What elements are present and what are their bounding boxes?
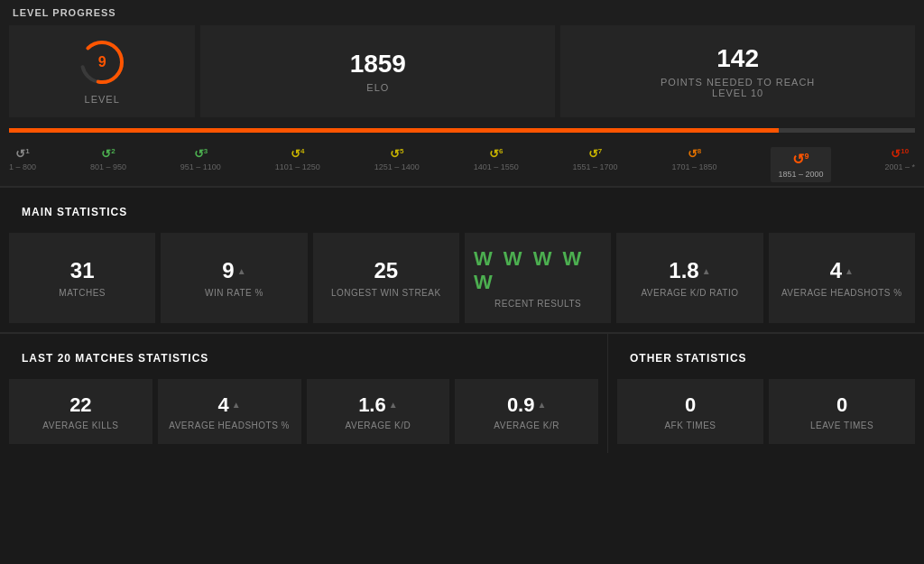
stat-avg-kd-value: 1.6 ▲ [358, 393, 398, 417]
stat-avg-kr-label: AVERAGE K/R [494, 421, 559, 430]
stat-winrate: 9 ▲ WIN RATE % [161, 233, 307, 323]
stat-streak: 25 LONGEST WIN STREAK [313, 233, 459, 323]
stat-avg-kd: 1.6 ▲ AVERAGE K/D [307, 379, 450, 444]
stat-leave: 0 LEAVE TIMES [769, 379, 915, 444]
avg-kr-trend-icon: ▲ [537, 400, 546, 410]
step-2: ↺2 801 – 950 [90, 147, 126, 171]
points-needed-label: POINTS NEEDED TO REACH LEVEL 10 [657, 77, 819, 98]
stat-avg-kr-value: 0.9 ▲ [507, 393, 547, 417]
stat-recent-results-label: RECENT RESULTS [494, 299, 581, 309]
elo-card: 1859 ELO [200, 25, 555, 117]
main-statistics-title: MAIN STATISTICS [9, 197, 915, 226]
stat-avg-kills: 22 AVERAGE KILLS [9, 379, 152, 444]
stat-avg-kd-label: AVERAGE K/D [346, 421, 411, 430]
level-progress-cards: 9 LEVEL 1859 ELO 142 POINTS NEEDED TO RE… [0, 25, 924, 128]
stat-avg-headshots-label: AVERAGE HEADSHOTS % [169, 421, 290, 430]
step-10: ↺10 2001 – * [884, 147, 915, 171]
stat-avg-kills-value: 22 [69, 393, 91, 417]
step-2-icon: ↺2 [101, 147, 115, 161]
main-statistics-section: MAIN STATISTICS 31 MATCHES 9 ▲ WIN RATE … [0, 188, 924, 333]
stat-avg-headshots: 4 ▲ AVERAGE HEADSHOTS % [158, 379, 301, 444]
kd-trend-icon: ▲ [702, 266, 711, 276]
winrate-trend-icon: ▲ [237, 266, 246, 276]
stat-matches: 31 MATCHES [9, 233, 155, 323]
stat-headshots-value: 4 ▲ [830, 258, 854, 283]
stat-kd-value: 1.8 ▲ [669, 258, 710, 283]
progress-track [9, 128, 915, 133]
stat-recent-results-value: W W W W W [474, 247, 602, 294]
avg-headshots-trend-icon: ▲ [232, 400, 241, 410]
stat-afk-value: 0 [685, 393, 696, 417]
progress-bar-section [0, 128, 924, 140]
stat-headshots: 4 ▲ AVERAGE HEADSHOTS % [769, 233, 915, 323]
stat-kd: 1.8 ▲ AVERAGE K/D RATIO [616, 233, 762, 323]
stat-winrate-value: 9 ▲ [222, 258, 245, 283]
step-9: ↺9 1851 – 2000 [771, 147, 830, 182]
last20-section: LAST 20 MATCHES STATISTICS 22 AVERAGE KI… [0, 334, 608, 453]
step-8-icon: ↺8 [688, 147, 701, 161]
level-progress-section: LEVEL PROGRESS 9 LEVEL 1859 ELO 142 PO [0, 0, 924, 187]
step-8: ↺8 1701 – 1850 [672, 147, 717, 171]
step-10-icon: ↺10 [891, 147, 909, 161]
step-6: ↺6 1401 – 1550 [474, 147, 519, 171]
step-9-range: 1851 – 2000 [778, 170, 823, 179]
stat-streak-label: LONGEST WIN STREAK [331, 288, 441, 298]
step-1-range: 1 – 800 [9, 162, 36, 171]
level-value: 9 [98, 54, 106, 70]
stat-afk: 0 AFK TIMES [617, 379, 763, 444]
last20-stats-grid: 22 AVERAGE KILLS 4 ▲ AVERAGE HEADSHOTS %… [9, 379, 598, 444]
points-needed-value: 142 [716, 44, 759, 73]
stat-recent-results: W W W W W RECENT RESULTS [465, 233, 611, 323]
stat-headshots-label: AVERAGE HEADSHOTS % [781, 288, 902, 298]
stat-winrate-label: WIN RATE % [205, 288, 263, 298]
step-5: ↺5 1251 – 1400 [374, 147, 420, 171]
level-gauge: 9 [78, 38, 126, 87]
other-stats-grid: 0 AFK TIMES 0 LEAVE TIMES [617, 379, 915, 444]
other-stats-title: OTHER STATISTICS [617, 343, 915, 372]
step-7-icon: ↺7 [588, 147, 602, 161]
step-3-icon: ↺3 [194, 147, 208, 161]
level-steps: ↺1 1 – 800 ↺2 801 – 950 ↺3 951 – 1100 ↺4… [0, 140, 924, 186]
stat-matches-value: 31 [70, 258, 95, 283]
step-2-range: 801 – 950 [90, 162, 126, 171]
elo-value: 1859 [350, 50, 406, 79]
step-4-range: 1101 – 1250 [275, 162, 320, 171]
step-6-icon: ↺6 [489, 147, 503, 161]
level-card: 9 LEVEL [9, 25, 195, 117]
step-9-icon: ↺9 [792, 151, 808, 168]
step-4: ↺4 1101 – 1250 [275, 147, 320, 171]
stat-streak-value: 25 [374, 258, 398, 283]
stat-leave-value: 0 [836, 393, 847, 417]
step-5-icon: ↺5 [390, 147, 403, 161]
step-10-range: 2001 – * [884, 162, 915, 171]
main-stats-grid: 31 MATCHES 9 ▲ WIN RATE % 25 LONGEST WIN… [9, 233, 915, 323]
step-7: ↺7 1551 – 1700 [573, 147, 618, 171]
stat-afk-label: AFK TIMES [664, 421, 716, 430]
step-1: ↺1 1 – 800 [9, 147, 36, 171]
stat-avg-headshots-value: 4 ▲ [218, 393, 241, 417]
stat-kd-label: AVERAGE K/D RATIO [641, 288, 738, 298]
progress-fill [9, 128, 779, 133]
stat-leave-label: LEAVE TIMES [810, 421, 873, 430]
other-stats-section: OTHER STATISTICS 0 AFK TIMES 0 LEAVE TIM… [608, 334, 924, 453]
step-1-icon: ↺1 [15, 147, 29, 161]
step-6-range: 1401 – 1550 [474, 162, 519, 171]
headshots-trend-icon: ▲ [845, 266, 854, 276]
step-8-range: 1701 – 1850 [672, 162, 717, 171]
stat-avg-kr: 0.9 ▲ AVERAGE K/R [455, 379, 598, 444]
points-needed-card: 142 POINTS NEEDED TO REACH LEVEL 10 [560, 25, 915, 117]
stat-avg-kills-label: AVERAGE KILLS [42, 421, 118, 430]
level-progress-title: LEVEL PROGRESS [0, 0, 924, 25]
elo-label: ELO [366, 82, 389, 93]
bottom-sections: LAST 20 MATCHES STATISTICS 22 AVERAGE KI… [0, 334, 924, 453]
last20-title: LAST 20 MATCHES STATISTICS [9, 343, 598, 372]
step-5-range: 1251 – 1400 [374, 162, 420, 171]
step-3: ↺3 951 – 1100 [180, 147, 221, 171]
step-3-range: 951 – 1100 [180, 162, 221, 171]
avg-kd-trend-icon: ▲ [389, 400, 398, 410]
step-4-icon: ↺4 [291, 147, 304, 161]
step-7-range: 1551 – 1700 [573, 162, 618, 171]
stat-matches-label: MATCHES [59, 288, 106, 298]
